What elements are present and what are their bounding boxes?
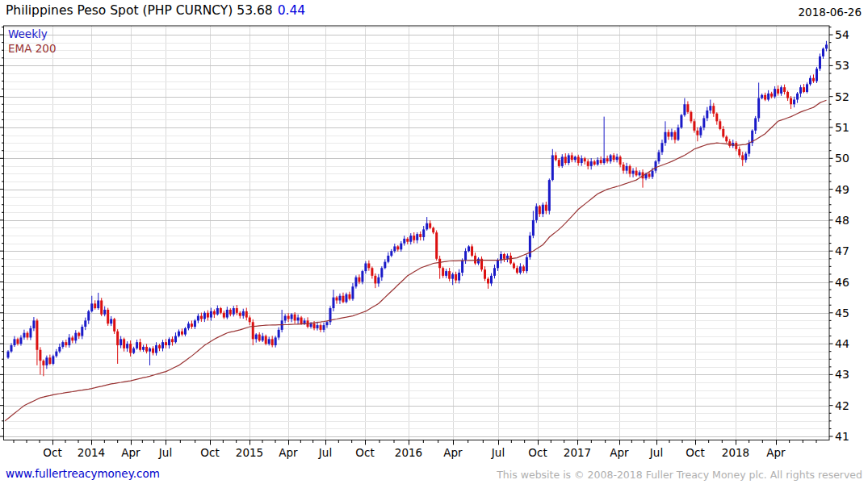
y-axis-label: 41 bbox=[835, 430, 849, 443]
candle bbox=[100, 300, 103, 314]
candle bbox=[735, 143, 737, 149]
candle bbox=[174, 336, 177, 343]
candle bbox=[551, 155, 554, 180]
candle bbox=[390, 251, 392, 256]
candle bbox=[323, 325, 325, 330]
candle bbox=[545, 205, 547, 211]
candle bbox=[317, 325, 319, 328]
candle bbox=[367, 264, 370, 269]
candle bbox=[597, 160, 599, 165]
candle bbox=[699, 127, 702, 136]
candle bbox=[741, 155, 744, 160]
candle bbox=[629, 166, 631, 174]
candle bbox=[271, 339, 274, 345]
y-axis-label: 52 bbox=[835, 90, 849, 103]
candle bbox=[786, 92, 789, 98]
candle bbox=[7, 352, 10, 358]
candle bbox=[568, 155, 570, 163]
candle bbox=[216, 308, 219, 315]
candle bbox=[374, 276, 376, 284]
candle bbox=[155, 345, 157, 353]
candle bbox=[783, 87, 786, 92]
candle bbox=[809, 78, 811, 85]
x-axis-label: Oct bbox=[355, 446, 374, 459]
candle bbox=[822, 48, 824, 56]
candle bbox=[78, 333, 80, 336]
candle bbox=[419, 234, 421, 237]
candle bbox=[278, 330, 280, 338]
x-axis-label: Oct bbox=[528, 446, 547, 459]
candle bbox=[413, 236, 415, 240]
candle bbox=[819, 56, 821, 69]
candle bbox=[229, 310, 232, 315]
candle bbox=[603, 158, 606, 163]
y-axis-label: 54 bbox=[835, 28, 849, 41]
candle bbox=[194, 320, 196, 327]
candle bbox=[664, 132, 666, 143]
candle bbox=[438, 259, 441, 268]
candle bbox=[338, 296, 341, 301]
candle bbox=[245, 311, 248, 318]
candle bbox=[84, 320, 86, 327]
candle bbox=[571, 155, 573, 160]
candle bbox=[719, 121, 721, 129]
candle bbox=[757, 98, 760, 119]
candle bbox=[561, 156, 564, 165]
candle bbox=[683, 104, 686, 115]
candle bbox=[136, 342, 138, 348]
candle bbox=[284, 316, 287, 321]
candle bbox=[36, 320, 38, 349]
candle bbox=[380, 268, 383, 277]
candle bbox=[29, 328, 31, 337]
candle bbox=[748, 143, 750, 153]
candle bbox=[754, 119, 757, 131]
candle bbox=[613, 155, 615, 160]
candle bbox=[445, 271, 447, 276]
candle bbox=[606, 158, 609, 161]
candle bbox=[825, 44, 828, 48]
candle bbox=[126, 344, 128, 348]
candle bbox=[593, 161, 596, 165]
y-axis-label: 49 bbox=[835, 183, 849, 196]
candle bbox=[477, 259, 480, 264]
candle bbox=[761, 95, 763, 98]
candle bbox=[702, 119, 705, 127]
candle bbox=[191, 323, 193, 327]
candle bbox=[715, 114, 718, 122]
candle bbox=[226, 310, 229, 318]
candle bbox=[371, 268, 373, 276]
candle bbox=[448, 271, 451, 279]
ema-layer bbox=[5, 100, 827, 421]
candle bbox=[600, 160, 602, 163]
y-axis-label: 51 bbox=[835, 121, 849, 134]
candle bbox=[626, 166, 628, 171]
candle bbox=[332, 298, 334, 308]
candle bbox=[291, 315, 293, 319]
candle bbox=[581, 158, 583, 163]
candle bbox=[184, 328, 187, 335]
axes-layer: 4142434445464748495051525354Oct2014AprJu… bbox=[0, 26, 849, 459]
x-axis-label: 2014 bbox=[78, 446, 105, 459]
candle bbox=[203, 313, 206, 319]
candles-layer bbox=[7, 41, 828, 377]
candle bbox=[132, 348, 135, 353]
candle bbox=[706, 111, 708, 119]
candle bbox=[522, 266, 525, 271]
website-link[interactable]: www.fullertreacymoney.com bbox=[6, 467, 160, 480]
candle bbox=[52, 356, 54, 364]
candle bbox=[680, 115, 682, 127]
candle bbox=[767, 94, 769, 100]
candle bbox=[242, 311, 245, 316]
candle bbox=[516, 268, 518, 273]
candle bbox=[639, 173, 641, 176]
candle bbox=[23, 333, 25, 338]
candle bbox=[725, 136, 728, 141]
x-axis-label: 2017 bbox=[564, 446, 591, 459]
grid-layer bbox=[4, 26, 830, 440]
candle bbox=[416, 234, 418, 240]
candle bbox=[239, 313, 241, 316]
candle bbox=[623, 165, 625, 171]
candle bbox=[45, 357, 48, 365]
candle bbox=[816, 69, 818, 81]
x-axis-label: Apr bbox=[766, 446, 786, 459]
